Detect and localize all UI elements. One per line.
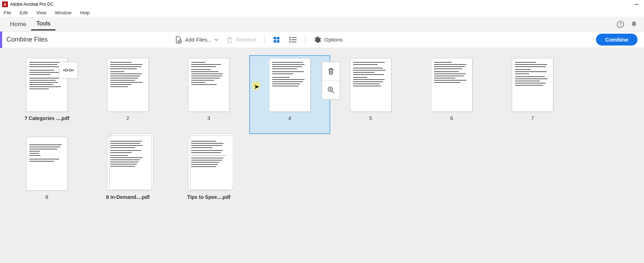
svg-rect-8: [274, 40, 276, 43]
page-thumb: [350, 58, 391, 112]
thumb-cell-4[interactable]: ➤ 4: [249, 55, 330, 134]
grid-view-button[interactable]: [272, 35, 281, 44]
add-files-button[interactable]: Add Files...: [174, 36, 218, 44]
menu-edit[interactable]: Edit: [16, 9, 31, 16]
window-titlebar: A Adobe Acrobat Pro DC: [0, 0, 644, 9]
expand-icon: [63, 66, 73, 74]
zoom-page-button[interactable]: [322, 81, 340, 99]
svg-rect-7: [277, 37, 279, 39]
chevron-down-icon: [215, 38, 218, 42]
svg-rect-9: [277, 40, 279, 43]
thumb-cell-5[interactable]: 5: [330, 55, 411, 134]
help-icon[interactable]: ?: [615, 19, 625, 29]
thumb-cell-1[interactable]: 7 Categories ....pdf: [6, 55, 87, 134]
thumb-label: 8: [45, 194, 48, 200]
cursor-highlight: [251, 81, 261, 90]
thumb-label: 2: [126, 115, 129, 121]
tab-home[interactable]: Home: [5, 19, 31, 30]
trash-icon: [327, 67, 335, 76]
page-thumb-stack: [107, 137, 149, 191]
svg-point-10: [289, 37, 291, 38]
toolbar-accent: [0, 32, 2, 48]
thumb-label: 4: [288, 115, 291, 121]
thumbnail-area: 7 Categories ....pdf 2 3 ➤: [0, 48, 644, 263]
tab-tools[interactable]: Tools: [31, 18, 56, 30]
acrobat-app-icon: A: [2, 1, 8, 7]
toolbar-divider: [264, 35, 264, 45]
trash-icon: [226, 36, 233, 43]
delete-page-button[interactable]: [322, 62, 340, 81]
menu-file[interactable]: File: [2, 9, 15, 16]
thumb-action-panel: [322, 62, 340, 100]
thumb-cell-8[interactable]: 8: [6, 134, 87, 213]
section-title: Combine Files: [6, 36, 48, 43]
options-button[interactable]: Options: [313, 36, 343, 44]
remove-button[interactable]: Remove: [226, 36, 256, 43]
menu-view[interactable]: View: [33, 9, 50, 16]
gear-icon: [313, 36, 321, 44]
thumb-label: Tips to Spee....pdf: [187, 194, 230, 200]
thumb-label: 7: [531, 115, 534, 121]
list-view-button[interactable]: [289, 35, 297, 44]
svg-rect-13: [292, 39, 297, 40]
toolbar-divider-2: [305, 35, 306, 45]
svg-point-16: [65, 69, 67, 71]
add-file-icon: [174, 36, 182, 44]
cursor-icon: ➤: [254, 83, 259, 91]
svg-rect-6: [274, 37, 276, 39]
remove-label: Remove: [236, 37, 256, 43]
page-thumb: [107, 58, 149, 112]
menu-help[interactable]: Help: [77, 9, 93, 16]
combine-button[interactable]: Combine: [596, 34, 638, 46]
app-tabs: Home Tools ?: [0, 17, 644, 32]
svg-rect-15: [292, 42, 297, 42]
expand-thumbnails-button[interactable]: [59, 62, 78, 79]
thumb-label: 6: [450, 115, 453, 121]
svg-rect-11: [292, 37, 297, 38]
page-thumb: [26, 137, 68, 191]
menu-window[interactable]: Window: [51, 9, 75, 16]
page-thumb-stack: [188, 137, 230, 191]
svg-line-22: [332, 91, 334, 93]
minimize-button[interactable]: [634, 2, 639, 7]
thumb-label: 7 Categories ....pdf: [24, 115, 69, 121]
svg-point-17: [69, 69, 72, 71]
thumb-cell-2[interactable]: 2: [87, 55, 168, 134]
page-thumb: [188, 58, 230, 112]
svg-text:?: ?: [619, 22, 622, 27]
window-title: Adobe Acrobat Pro DC: [10, 2, 53, 7]
thumb-cell-10[interactable]: Tips to Spee....pdf: [168, 134, 249, 213]
thumb-cell-6[interactable]: 6: [411, 55, 492, 134]
thumb-label: 5: [369, 115, 372, 121]
thumb-cell-3[interactable]: 3: [168, 55, 249, 134]
add-files-label: Add Files...: [185, 37, 212, 43]
page-thumb: [512, 58, 553, 112]
thumb-cell-7[interactable]: 7: [492, 55, 573, 134]
svg-point-14: [289, 41, 291, 43]
page-thumb: [269, 58, 311, 112]
thumb-cell-9[interactable]: 8 In-Demand....pdf: [87, 134, 168, 213]
grid-icon: [273, 36, 280, 43]
menubar: File Edit View Window Help: [0, 9, 644, 17]
thumb-label: 3: [207, 115, 210, 121]
page-thumb: [431, 58, 472, 112]
thumb-label: 8 In-Demand....pdf: [106, 194, 149, 200]
options-label: Options: [324, 37, 343, 43]
magnify-icon: [327, 86, 335, 94]
combine-toolbar: Combine Files Add Files... Remove: [0, 32, 644, 48]
bell-icon[interactable]: [629, 19, 639, 29]
svg-point-12: [289, 39, 291, 40]
list-icon: [289, 36, 297, 43]
